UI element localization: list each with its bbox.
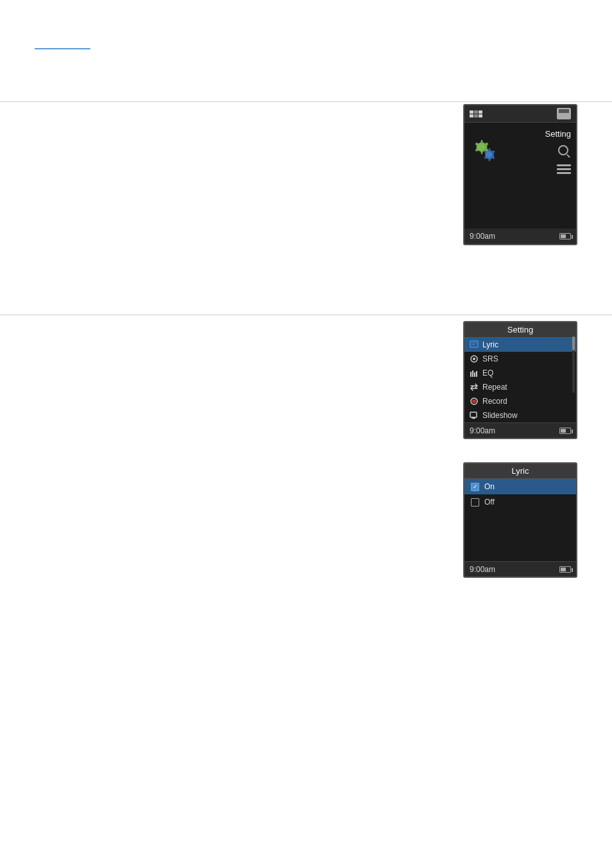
screen1-right-panel: Setting	[508, 129, 571, 175]
menu-item-record[interactable]: Record	[464, 394, 576, 408]
lyric-off-label: Off	[484, 498, 495, 507]
slideshow-icon	[470, 411, 479, 420]
screen2-time: 9:00am	[470, 426, 495, 435]
svg-point-12	[472, 399, 476, 403]
top-link[interactable]: ____________	[35, 40, 90, 49]
menu-repeat-label: Repeat	[482, 383, 507, 392]
menu-slideshow-label: Slideshow	[482, 411, 518, 420]
save-icon	[557, 108, 571, 119]
lyric-off-item[interactable]: Off	[464, 494, 576, 510]
screen3-bottom-bar: 9:00am	[464, 561, 576, 577]
screen3-title: Lyric	[464, 464, 576, 479]
gear-settings-icon	[470, 135, 503, 169]
menu-srs-label: SRS	[482, 354, 498, 363]
grid-view-icon	[470, 110, 482, 117]
screen2-bottom-bar: 9:00am	[464, 422, 576, 438]
list-icon	[557, 164, 571, 175]
screen1-bottom-bar: 9:00am	[464, 229, 576, 244]
device-screen-2: Setting Lyric SRS	[463, 321, 577, 439]
eq-icon	[470, 369, 479, 378]
menu-item-eq[interactable]: EQ	[464, 366, 576, 380]
srs-icon	[470, 354, 479, 363]
device-screen-3: Lyric On Off 9:00am	[463, 462, 577, 578]
svg-rect-7	[470, 372, 472, 377]
setting-label: Setting	[545, 129, 571, 139]
lyric-icon	[470, 340, 479, 349]
menu-item-srs[interactable]: SRS	[464, 352, 576, 366]
screen1-time: 9:00am	[470, 232, 495, 241]
svg-point-6	[473, 358, 475, 360]
screen2-battery-fill	[561, 429, 566, 433]
scrollbar-track	[572, 336, 575, 393]
screen2-title: Setting	[464, 322, 576, 338]
device-screen-1: Setting 9:00am	[463, 104, 577, 245]
scrollbar-thumb	[572, 336, 575, 351]
screen3-spacer	[464, 510, 576, 561]
screen2-battery-icon	[559, 428, 571, 434]
screen1-content: Setting	[464, 123, 576, 181]
screen3-battery-fill	[561, 568, 566, 571]
svg-rect-2	[470, 341, 478, 347]
menu-item-slideshow[interactable]: Slideshow	[464, 408, 576, 422]
lyric-on-label: On	[484, 482, 495, 491]
menu-eq-label: EQ	[482, 369, 493, 378]
top-divider	[0, 101, 612, 102]
search-icon	[558, 145, 571, 158]
screen1-battery-fill	[561, 234, 566, 238]
lyric-off-checkbox	[471, 498, 479, 507]
svg-rect-10	[476, 371, 477, 377]
svg-rect-13	[470, 412, 477, 417]
menu-lyric-label: Lyric	[482, 340, 498, 349]
screen3-battery-icon	[559, 566, 571, 573]
screen3-time: 9:00am	[470, 565, 495, 574]
menu-item-lyric[interactable]: Lyric	[464, 338, 576, 352]
menu-item-repeat[interactable]: Repeat	[464, 380, 576, 394]
screen1-top-bar	[464, 105, 576, 123]
svg-rect-9	[474, 372, 475, 377]
svg-rect-8	[472, 370, 473, 377]
record-icon	[470, 397, 479, 406]
repeat-icon	[470, 383, 479, 392]
screen1-battery-icon	[559, 233, 571, 239]
middle-divider	[0, 315, 612, 315]
menu-record-label: Record	[482, 397, 507, 406]
lyric-on-checkbox	[471, 483, 479, 491]
lyric-on-item[interactable]: On	[464, 479, 576, 494]
